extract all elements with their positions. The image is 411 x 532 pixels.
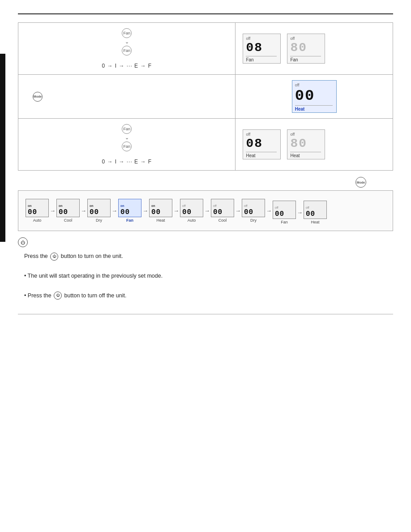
strip-lcd-fan-on: on 00	[118, 199, 141, 217]
chevron-down-icon-3: ⌄	[125, 135, 129, 141]
mode-label: Mode	[34, 95, 42, 98]
arrow-7: →	[235, 207, 241, 214]
lcd-box-2: off 80 Fan	[287, 34, 325, 64]
lcd-mode-4: Heat	[290, 152, 321, 158]
fan-icons-row3: Fan ⌄ Fan	[122, 124, 132, 151]
bottom-rule	[18, 314, 393, 314]
strip-fan-off: off 00 Fan	[273, 201, 296, 224]
strip-heat-on: on 00 Heat	[149, 199, 172, 223]
lcd-digits-heat: 00	[295, 88, 333, 103]
display-box-3: off 08 Heat	[243, 129, 281, 159]
fan-bottom-label-3: Fan	[123, 144, 130, 149]
strip-lcd-cool-off: off 00	[211, 199, 234, 217]
display-box-4: off 80 Heat	[287, 129, 325, 159]
display-box-heat: off 00 Heat	[292, 80, 337, 113]
strip-lcd-heat-on: on 00	[149, 199, 172, 217]
strip-label-auto-off: Auto	[188, 218, 196, 223]
mode-strip-first-row: on 00 Auto → on 00 Cool → on 00	[26, 199, 273, 223]
lcd-mode-1: Fan	[246, 56, 277, 62]
sequence-text-row1: 0 → I → ··· E → F	[102, 63, 152, 69]
power-icon-inline-1[interactable]: ⏻	[50, 253, 58, 261]
sequence-row3: 0 → I → ··· E → F	[102, 159, 152, 165]
row3-right: off 08 Heat off 80 Heat	[235, 119, 393, 171]
fan-bottom-icon-3: Fan	[122, 142, 132, 151]
lcd-digits-4: 80	[290, 137, 321, 150]
lcd-off-heat: off	[295, 83, 333, 87]
strip-label-fan-off: Fan	[281, 220, 288, 224]
lcd-box-3: off 08 Heat	[243, 129, 281, 159]
row3-left: Fan ⌄ Fan 0 → I → ··· E → F	[18, 119, 235, 171]
lcd-off-3: off	[246, 132, 277, 137]
arrow-2: →	[81, 207, 86, 214]
lcd-mode-3: Heat	[246, 152, 277, 158]
para-3: • The unit will start operating in the p…	[24, 271, 393, 281]
arrow-4: →	[142, 207, 148, 214]
mode-strip-second-row: off 00 Fan → off 00 Heat	[273, 201, 327, 224]
chevron-down-icon: ⌄	[125, 39, 129, 45]
power-icon-top[interactable]: ⏻	[18, 237, 28, 247]
strip-dry-off: off 00 Dry	[242, 199, 265, 223]
arrow-3: →	[111, 207, 117, 214]
sequence-text-row3: 0 → I → ··· E → F	[102, 159, 152, 165]
strip-cool-off: off 00 Cool	[211, 199, 234, 223]
fan-top-icon: Fan	[122, 28, 132, 38]
strip-label-cool-off: Cool	[218, 218, 227, 223]
strip-fan-on: on 00 Fan	[118, 199, 141, 223]
top-rule	[18, 13, 393, 14]
arrow-5: →	[173, 207, 179, 214]
table-row-mode: Mode off 00 Heat	[18, 75, 393, 119]
main-table: Fan ⌄ Fan 0 → I → ··· E → F	[18, 22, 393, 171]
strip-auto-off: off 00 Auto	[180, 199, 203, 223]
fan-icons-row1: Fan ⌄ Fan	[122, 28, 132, 56]
strip-label-heat-off: Heat	[311, 220, 319, 224]
row1-right: off 08 Fan off 80 Fan	[235, 23, 393, 75]
strip-label-cool-on: Cool	[64, 218, 73, 223]
lcd-mode-2: Fan	[290, 56, 321, 62]
strip-label-dry-on: Dry	[96, 218, 102, 223]
mode-icon-center-row: Mode	[18, 177, 393, 188]
fan-top-label: Fan	[123, 31, 130, 35]
lcd-mode-heat: Heat	[295, 105, 333, 112]
strip-label-fan-on: Fan	[126, 218, 133, 223]
para-4	[24, 281, 393, 291]
power-section: ⏻	[18, 237, 393, 247]
strip-heat-off: off 00 Heat	[304, 201, 327, 224]
strip-lcd-auto-on: on 00	[26, 199, 49, 217]
lcd-digits-3: 08	[246, 137, 277, 150]
fan-bottom-icon: Fan	[122, 46, 132, 56]
arrow-9: →	[297, 209, 303, 216]
row2-right: off 00 Heat	[235, 75, 393, 119]
display-box-2: off 80 Fan	[287, 34, 325, 64]
power-icon-inline-2[interactable]: ⏻	[54, 292, 62, 300]
lcd-box-4: off 80 Heat	[287, 129, 325, 159]
lcd-off-2: off	[290, 36, 321, 41]
body-text: Press the ⏻ button to turn on the unit. …	[24, 252, 393, 300]
strip-cool-on: on 00 Cool	[56, 199, 80, 223]
strip-lcd-fan-off: off 00	[273, 201, 296, 219]
lcd-box-1: off 08 Fan	[243, 34, 281, 64]
lcd-digits-1: 08	[246, 42, 277, 54]
strip-dry-on: on 00 Dry	[87, 199, 111, 223]
mode-strip: on 00 Auto → on 00 Cool → on 00	[18, 190, 393, 231]
fan-top-label-3: Fan	[123, 127, 130, 131]
mode-icon-center[interactable]: Mode	[355, 177, 366, 188]
fan-top-icon-3: Fan	[122, 124, 132, 134]
table-row-fan-heat: Fan ⌄ Fan 0 → I → ··· E → F	[18, 119, 393, 171]
left-bar	[0, 54, 5, 242]
strip-auto-on: on 00 Auto	[26, 199, 49, 223]
mode-icon[interactable]: Mode	[33, 92, 43, 102]
arrow-1: →	[50, 207, 56, 214]
arrow-6: →	[204, 207, 210, 214]
para-2	[24, 262, 393, 271]
strip-lcd-heat-off: off 00	[304, 201, 327, 219]
display-pair-row1: off 08 Fan off 80 Fan	[243, 34, 385, 64]
strip-label-auto-on: Auto	[33, 218, 42, 223]
strip-label-dry-off: Dry	[250, 218, 257, 223]
row2-left: Mode	[18, 75, 235, 119]
strip-lcd-cool-on: on 00	[56, 199, 80, 217]
sequence-row1: 0 → I → ··· E → F	[102, 63, 152, 69]
lcd-box-heat: off 00 Heat	[292, 80, 337, 113]
lcd-off-1: off	[246, 36, 277, 41]
mode-icon-cell: Mode	[26, 84, 228, 110]
strip-lcd-auto-off: off 00	[180, 199, 203, 217]
